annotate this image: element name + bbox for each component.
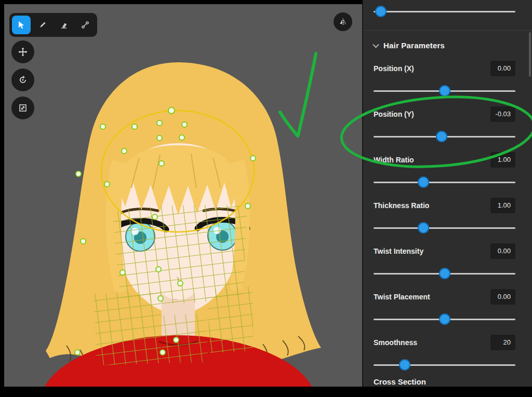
move-icon (18, 47, 28, 57)
param-value-box[interactable]: 1.00 (490, 198, 515, 213)
param-slider[interactable] (374, 359, 515, 371)
rotate-icon (18, 75, 28, 85)
slider-track (374, 182, 515, 183)
select-tool-button[interactable] (12, 16, 31, 34)
param-slider[interactable] (374, 130, 515, 143)
mirror-button[interactable] (334, 12, 352, 31)
param-row-thickness-ratio: Thickness Ratio 1.00 (374, 198, 515, 234)
character-model[interactable] (4, 4, 362, 387)
param-row-smoothness: Smoothness 20 (374, 335, 515, 371)
slider-thumb[interactable] (418, 176, 429, 188)
param-row-position-y: Position (Y) -0.03 (374, 106, 515, 143)
chevron-down-icon (373, 41, 379, 48)
transform-buttons (11, 40, 34, 119)
param-row-position-x: Position (X) 0.00 (374, 61, 515, 97)
slider-track (374, 364, 515, 366)
eraser-tool-button[interactable] (55, 16, 73, 34)
application-window: Hair Parameters Position (X) 0.00 Positi… (0, 0, 532, 397)
pencil-tool-button[interactable] (33, 16, 52, 34)
model-viewport[interactable] (4, 4, 362, 387)
control-point-tool-button[interactable] (76, 16, 95, 34)
collar-mesh-center (161, 313, 208, 363)
param-value-box[interactable]: 1.00 (490, 152, 515, 168)
collar-mesh-left (94, 291, 161, 365)
slider-thumb[interactable] (418, 222, 429, 234)
scale-button[interactable] (11, 97, 34, 119)
param-slider[interactable] (374, 267, 515, 280)
param-row-twist-intensity: Twist Intensity 0.00 (374, 243, 515, 280)
param-row-width-ratio: Width Ratio 1.00 (374, 152, 515, 188)
slider-thumb[interactable] (436, 131, 447, 142)
path-nodes-icon (81, 21, 89, 29)
bottom-bar (0, 387, 532, 397)
slider-thumb[interactable] (375, 6, 387, 17)
section-title: Hair Parameters (383, 41, 445, 50)
param-value-box[interactable]: 0.00 (490, 61, 515, 76)
eraser-icon (60, 21, 68, 29)
slider-thumb[interactable] (439, 85, 450, 97)
slider-track (374, 227, 515, 229)
collar-mesh-right (207, 286, 254, 353)
param-label: Position (Y) (374, 110, 414, 118)
param-value-box[interactable]: 20 (490, 335, 515, 350)
param-slider[interactable] (374, 222, 515, 234)
scale-icon (18, 103, 28, 113)
param-value-box[interactable]: 0.00 (490, 289, 515, 305)
toolbar (9, 13, 97, 37)
slider-thumb[interactable] (439, 268, 450, 279)
param-value-box[interactable]: -0.03 (490, 106, 515, 122)
pencil-icon (38, 21, 47, 29)
slider-thumb[interactable] (439, 313, 450, 325)
param-label: Thickness Ratio (374, 201, 429, 210)
mirror-icon (339, 18, 347, 26)
move-button[interactable] (11, 40, 34, 63)
param-slider[interactable] (374, 176, 515, 188)
param-label: Width Ratio (374, 156, 414, 164)
rotate-button[interactable] (11, 69, 34, 91)
panel-scrollbar[interactable] (529, 32, 531, 77)
param-row-twist-placement: Twist Placement 0.00 (374, 289, 515, 325)
param-label: Position (X) (374, 64, 414, 73)
cross-section-header[interactable]: Cross Section (374, 377, 515, 386)
param-label: Smoothness (374, 338, 417, 347)
panel-divider (363, 30, 532, 31)
slider-thumb[interactable] (399, 359, 410, 371)
cursor-icon (17, 21, 25, 29)
slider-track (374, 11, 515, 12)
param-slider[interactable] (374, 313, 515, 325)
param-label: Twist Placement (374, 293, 430, 301)
param-label: Twist Intensity (374, 247, 423, 255)
hair-parameters-section-header[interactable]: Hair Parameters (374, 39, 515, 51)
parameters-panel: Hair Parameters Position (X) 0.00 Positi… (362, 0, 532, 387)
panel-top-slider[interactable] (374, 5, 515, 18)
param-value-box[interactable]: 0.00 (490, 243, 515, 259)
param-slider[interactable] (374, 85, 515, 97)
